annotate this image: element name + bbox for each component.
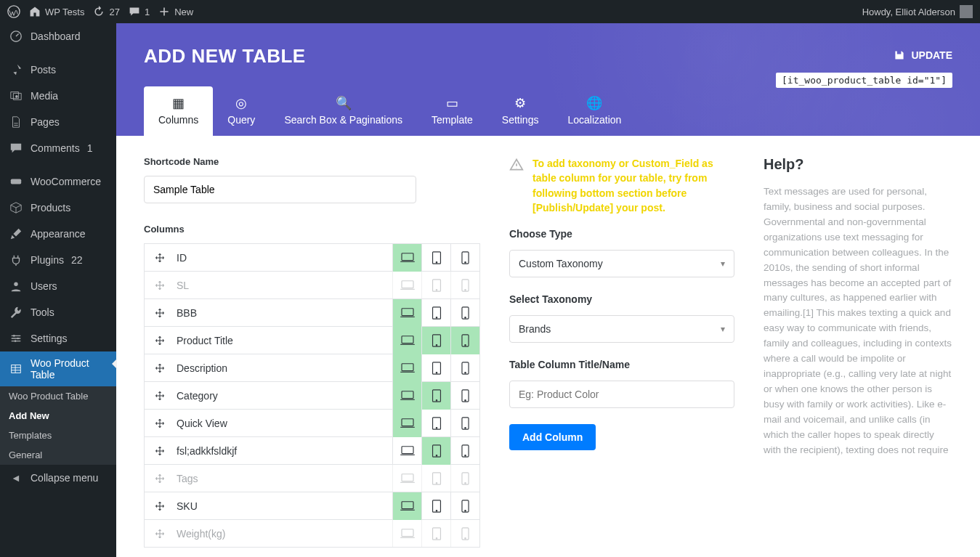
- updates-link[interactable]: 27: [93, 6, 119, 17]
- drag-handle-icon[interactable]: [145, 252, 175, 264]
- drag-handle-icon[interactable]: [145, 335, 175, 346]
- submenu-woo-product-table[interactable]: Woo Product Table: [0, 386, 116, 406]
- device-tablet-toggle[interactable]: [421, 327, 450, 354]
- tab-settings[interactable]: ⚙ Settings: [487, 86, 554, 136]
- tab-query[interactable]: ◎ Query: [213, 86, 270, 136]
- device-tablet-toggle[interactable]: [421, 465, 450, 492]
- device-tablet-toggle[interactable]: [421, 299, 450, 327]
- device-mobile-toggle[interactable]: [450, 465, 479, 492]
- device-mobile-toggle[interactable]: [450, 520, 479, 548]
- device-tablet-toggle[interactable]: [421, 410, 450, 437]
- column-row: Quick View: [144, 410, 480, 437]
- device-tablet-toggle[interactable]: [421, 437, 450, 465]
- drag-handle-icon[interactable]: [145, 418, 175, 429]
- tab-template[interactable]: ▭ Template: [417, 86, 487, 136]
- device-tablet-toggle[interactable]: [421, 382, 450, 410]
- device-mobile-toggle[interactable]: [450, 244, 479, 272]
- drag-handle-icon[interactable]: [145, 500, 175, 512]
- device-desktop-toggle[interactable]: [392, 354, 421, 382]
- shortcode-display[interactable]: [it_woo_product_table id="1"]: [776, 73, 952, 88]
- drag-handle-icon[interactable]: [145, 307, 175, 319]
- add-column-button[interactable]: Add Column: [509, 424, 596, 450]
- menu-item-products[interactable]: Products: [0, 195, 116, 221]
- menu-item-users[interactable]: Users: [0, 273, 116, 299]
- new-link[interactable]: New: [158, 6, 193, 17]
- device-desktop-toggle[interactable]: [392, 410, 421, 437]
- page-header: ADD NEW TABLE UPDATE [it_woo_product_tab…: [116, 23, 980, 136]
- account-link[interactable]: Howdy, Elliot Alderson: [862, 5, 973, 18]
- drag-handle-icon[interactable]: [145, 445, 175, 457]
- column-label[interactable]: Product Title: [175, 335, 392, 346]
- svg-point-2: [15, 95, 18, 98]
- menu-item-woocommerce[interactable]: WooCommerce: [0, 168, 116, 195]
- device-desktop-toggle[interactable]: [392, 327, 421, 354]
- menu-item-dashboard[interactable]: Dashboard: [0, 23, 116, 49]
- device-desktop-toggle[interactable]: [392, 437, 421, 465]
- drag-handle-icon[interactable]: [145, 390, 175, 402]
- column-label[interactable]: Description: [175, 362, 392, 374]
- column-label[interactable]: Weight(kg): [175, 528, 392, 540]
- device-tablet-toggle[interactable]: [421, 520, 450, 548]
- menu-item-pages[interactable]: Pages: [0, 109, 116, 135]
- tab-columns[interactable]: ▦ Columns: [144, 86, 213, 136]
- column-label[interactable]: BBB: [175, 307, 392, 319]
- menu-item-media[interactable]: Media: [0, 83, 116, 109]
- shortcode-name-input[interactable]: [144, 176, 416, 203]
- device-mobile-toggle[interactable]: [450, 410, 479, 437]
- device-tablet-toggle[interactable]: [421, 354, 450, 382]
- choose-type-select[interactable]: Custom Taxonomy▾: [509, 250, 734, 277]
- drag-handle-icon[interactable]: [145, 528, 175, 540]
- column-label[interactable]: SKU: [175, 500, 392, 512]
- device-mobile-toggle[interactable]: [450, 492, 479, 520]
- svg-rect-34: [402, 391, 413, 398]
- tab-search-box-paginations[interactable]: 🔍 Search Box & Paginations: [270, 86, 417, 136]
- device-desktop-toggle[interactable]: [392, 272, 421, 299]
- device-mobile-toggle[interactable]: [450, 354, 479, 382]
- column-label[interactable]: SL: [175, 280, 392, 291]
- device-tablet-toggle[interactable]: [421, 492, 450, 520]
- column-label[interactable]: ID: [175, 252, 392, 264]
- menu-item-comments[interactable]: Comments1: [0, 135, 116, 161]
- column-label[interactable]: fsl;adkkfsldkjf: [175, 445, 392, 457]
- device-desktop-toggle[interactable]: [392, 299, 421, 327]
- column-title-input[interactable]: [509, 381, 734, 408]
- device-desktop-toggle[interactable]: [392, 465, 421, 492]
- device-mobile-toggle[interactable]: [450, 437, 479, 465]
- column-label[interactable]: Quick View: [175, 418, 392, 429]
- device-desktop-toggle[interactable]: [392, 520, 421, 548]
- menu-item-plugins[interactable]: Plugins22: [0, 247, 116, 273]
- site-link[interactable]: WP Tests: [29, 6, 84, 17]
- submenu-general[interactable]: General: [0, 445, 116, 465]
- menu-item-posts[interactable]: Posts: [0, 57, 116, 83]
- menu-item-tools[interactable]: Tools: [0, 299, 116, 325]
- device-mobile-toggle[interactable]: [450, 382, 479, 410]
- drag-handle-icon[interactable]: [145, 473, 175, 484]
- device-mobile-toggle[interactable]: [450, 272, 479, 299]
- tool-icon: [9, 305, 23, 320]
- device-desktop-toggle[interactable]: [392, 244, 421, 272]
- drag-handle-icon[interactable]: [145, 362, 175, 374]
- column-row: Product Title: [144, 327, 480, 354]
- wp-logo[interactable]: [7, 5, 20, 18]
- device-desktop-toggle[interactable]: [392, 382, 421, 410]
- comments-link[interactable]: 1: [129, 6, 150, 17]
- menu-item-appearance[interactable]: Appearance: [0, 221, 116, 247]
- submenu-add-new[interactable]: Add New: [0, 406, 116, 426]
- select-taxonomy-select[interactable]: Brands▾: [509, 315, 734, 343]
- update-button[interactable]: UPDATE: [894, 49, 952, 61]
- device-desktop-toggle[interactable]: [392, 492, 421, 520]
- menu-item-woo-product-table[interactable]: Woo Product Table: [0, 351, 116, 386]
- submenu-templates[interactable]: Templates: [0, 426, 116, 445]
- menu-item-settings[interactable]: Settings: [0, 325, 116, 351]
- svg-rect-24: [402, 336, 413, 343]
- drag-handle-icon[interactable]: [145, 280, 175, 291]
- tab-localization[interactable]: 🌐 Localization: [553, 86, 636, 136]
- collapse-menu[interactable]: ◄ Collapse menu: [0, 465, 116, 491]
- device-mobile-toggle[interactable]: [450, 327, 479, 354]
- device-mobile-toggle[interactable]: [450, 299, 479, 327]
- device-tablet-toggle[interactable]: [421, 272, 450, 299]
- select-taxonomy-label: Select Taxonomy: [509, 293, 734, 305]
- device-tablet-toggle[interactable]: [421, 244, 450, 272]
- column-label[interactable]: Category: [175, 390, 392, 402]
- column-label[interactable]: Tags: [175, 473, 392, 484]
